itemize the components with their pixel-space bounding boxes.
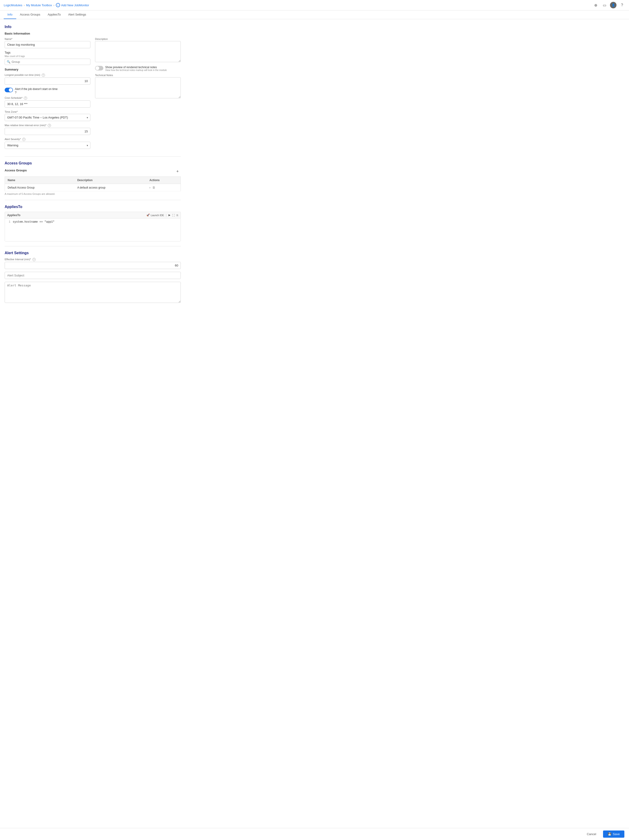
summary-section: Summary Longest possible run time (min) …: [5, 68, 90, 149]
page-header: LogicModules › My Module Toolbox › + Add…: [0, 0, 629, 10]
cron-label: Cron Schedule* ?: [5, 96, 90, 100]
divider-2: [5, 200, 181, 200]
table-head: Name Description Actions: [5, 177, 181, 184]
max-interval-help-icon[interactable]: ?: [48, 124, 51, 127]
tab-alert-settings[interactable]: Alert Settings: [65, 10, 90, 19]
max-interval-label: Max relative time interval error (min)* …: [5, 124, 90, 127]
tags-input[interactable]: [12, 60, 88, 63]
interval-group: Effective Interval (min)* ?: [5, 258, 181, 269]
applies-to-actions: 🚀 Launch IDE | ▶ ⛶ ⎘: [147, 213, 178, 217]
applies-to-subsection-label: AppliesTo: [7, 213, 20, 217]
pin-icon[interactable]: ⊕: [593, 2, 599, 8]
expand-button[interactable]: ⛶: [172, 214, 175, 216]
alert-toggle-label-wrap: Alert if the job doesn't start on time ?: [15, 87, 57, 94]
severity-select-wrap: Warning ▼: [5, 142, 90, 149]
name-group: Name*: [5, 38, 90, 48]
preview-toggle[interactable]: [95, 66, 103, 71]
help-icon[interactable]: ?: [619, 2, 625, 8]
preview-toggle-label: Show preview of rendered technical notes: [105, 66, 167, 69]
run-time-input[interactable]: [5, 77, 90, 85]
tab-access-groups[interactable]: Access Groups: [16, 10, 44, 19]
launch-ide-button[interactable]: 🚀 Launch IDE: [147, 213, 164, 216]
interval-label: Effective Interval (min)* ?: [5, 258, 181, 261]
play-icon: ▶: [169, 213, 170, 216]
fullscreen-icon: ⛶: [172, 214, 175, 216]
col-actions: Actions: [147, 177, 181, 184]
access-groups-title: Access Groups: [5, 161, 181, 165]
cron-input[interactable]: [5, 100, 90, 107]
copy-button[interactable]: ⎘: [177, 214, 178, 216]
tags-label: Tags: [5, 51, 90, 54]
summary-title: Summary: [5, 68, 90, 71]
add-access-group-button[interactable]: +: [174, 168, 181, 175]
content-wrap: Info Basic Information Name* Tags M: [5, 25, 181, 303]
breadcrumb: LogicModules › My Module Toolbox › + Add…: [4, 3, 89, 7]
tab-info[interactable]: Info: [4, 10, 16, 19]
interval-help-icon[interactable]: ?: [32, 258, 36, 261]
alert-toggle[interactable]: [5, 88, 13, 92]
run-time-group: Longest possible run time (min) ?: [5, 74, 90, 85]
timezone-select-wrap: GMT-07:00 Pacific Time – Los Angeles (PD…: [5, 114, 90, 121]
alert-toggle-label: Alert if the job doesn't start on time: [15, 87, 57, 91]
preview-toggle-label-wrap: Show preview of rendered technical notes…: [105, 66, 167, 71]
info-title: Info: [5, 25, 181, 29]
tags-search-box[interactable]: 🔍: [5, 59, 90, 65]
technical-notes-group: Technical Notes: [95, 74, 181, 99]
notification-icon[interactable]: ▭: [601, 2, 608, 8]
add-icon: +: [56, 3, 60, 7]
description-group: Description: [95, 38, 181, 63]
interval-input[interactable]: [5, 262, 181, 269]
alert-settings-section: Alert Settings Effective Interval (min)*…: [5, 251, 181, 303]
code-line-1: 1 system.hostname == "app1": [7, 220, 179, 224]
alert-subject-group: [5, 272, 181, 279]
tab-applies-to[interactable]: AppliesTo: [44, 10, 65, 19]
breadcrumb-root[interactable]: LogicModules: [4, 3, 22, 7]
timezone-select[interactable]: GMT-07:00 Pacific Time – Los Angeles (PD…: [5, 114, 90, 121]
timezone-label: Time Zone*: [5, 111, 90, 113]
run-time-label: Longest possible run time (min) ?: [5, 74, 90, 77]
tags-section: Tags Max count of 6 tags 🔍: [5, 51, 90, 65]
col-name: Name: [5, 177, 75, 184]
divider-3: [5, 246, 181, 246]
alert-settings-col: Effective Interval (min)* ?: [5, 258, 181, 303]
basic-info-title: Basic Information: [5, 32, 181, 35]
col-description: Description: [74, 177, 147, 184]
delete-row-button[interactable]: 🗑: [152, 186, 155, 189]
applies-to-code-area[interactable]: 1 system.hostname == "app1": [5, 218, 181, 242]
tags-sublabel: Max count of 6 tags: [5, 55, 90, 57]
row-actions-wrap: › 🗑: [150, 186, 178, 189]
run-button[interactable]: ▶: [169, 213, 170, 216]
rocket-icon: 🚀: [147, 213, 150, 216]
technical-notes-textarea[interactable]: [95, 77, 181, 98]
description-label: Description: [95, 38, 181, 40]
user-avatar[interactable]: 👤: [610, 2, 616, 8]
breadcrumb-sep-2: ›: [53, 3, 54, 7]
access-groups-table: Name Description Actions Default Access …: [5, 177, 181, 191]
header-actions: ⊕ ▭ 👤 ?: [593, 2, 625, 8]
name-label: Name*: [5, 38, 90, 40]
applies-to-section: AppliesTo AppliesTo 🚀 Launch IDE | ▶ ⛶: [5, 205, 181, 242]
alert-toggle-help-icon[interactable]: ?: [15, 91, 16, 94]
applies-to-header: AppliesTo 🚀 Launch IDE | ▶ ⛶ ⎘: [5, 212, 181, 218]
name-input[interactable]: [5, 41, 90, 48]
search-icon: 🔍: [7, 60, 10, 63]
expand-row-button[interactable]: ›: [150, 186, 150, 189]
info-two-col: Name* Tags Max count of 6 tags 🔍: [5, 38, 181, 152]
ag-subsection-title: Access Groups: [5, 169, 27, 172]
table-body: Default Access Group A default access gr…: [5, 184, 181, 191]
breadcrumb-parent[interactable]: My Module Toolbox: [26, 3, 52, 7]
row-description: A default access group: [74, 184, 147, 191]
max-interval-input[interactable]: [5, 128, 90, 135]
run-time-help-icon[interactable]: ?: [42, 74, 45, 77]
cron-group: Cron Schedule* ?: [5, 96, 90, 107]
severity-select[interactable]: Warning: [5, 142, 90, 149]
alert-message-textarea[interactable]: [5, 282, 181, 303]
alert-subject-input[interactable]: [5, 272, 181, 279]
line-number-1: 1: [7, 220, 10, 224]
cron-help-icon[interactable]: ?: [24, 96, 27, 100]
description-textarea[interactable]: [95, 41, 181, 62]
ag-header: Access Groups +: [5, 168, 181, 175]
table-row: Default Access Group A default access gr…: [5, 184, 181, 191]
severity-help-icon[interactable]: ?: [22, 138, 25, 141]
applies-to-title: AppliesTo: [5, 205, 181, 209]
